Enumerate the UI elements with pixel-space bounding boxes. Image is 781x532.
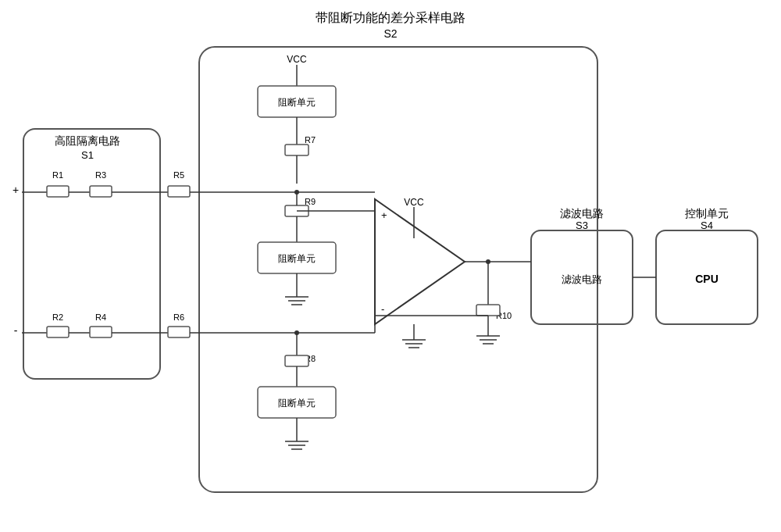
block1-text: 阻断单元	[278, 97, 316, 108]
vcc1-label: VCC	[287, 54, 307, 65]
r6-symbol	[168, 327, 190, 337]
main-title: 带阻断功能的差分采样电路	[316, 11, 465, 24]
opamp-plus-label: +	[381, 209, 387, 221]
s2-label-top: S2	[383, 27, 397, 40]
block3-text: 阻断单元	[278, 398, 316, 409]
r7-symbol	[285, 145, 308, 155]
r1-label: R1	[52, 170, 63, 180]
vcc2-label: VCC	[404, 197, 424, 208]
r10-symbol	[476, 305, 500, 316]
r2-label: R2	[52, 312, 63, 322]
r7-label: R7	[305, 135, 316, 145]
r9-label: R9	[305, 197, 316, 206]
block2-text: 阻断单元	[278, 253, 316, 264]
cpu-text: CPU	[695, 273, 719, 285]
opamp-triangle	[375, 199, 465, 324]
s1-title: 高阻隔离电路	[55, 134, 120, 147]
opamp-minus-label: -	[381, 303, 384, 315]
s3-label: S3	[576, 220, 588, 231]
r4-symbol	[90, 327, 112, 337]
s3-title: 滤波电路	[560, 207, 604, 220]
r6-label: R6	[173, 312, 184, 322]
r3-label: R3	[95, 170, 106, 180]
minus-terminal: -	[14, 324, 18, 337]
plus-terminal: +	[12, 184, 19, 196]
s1-label: S1	[81, 149, 94, 161]
r1-symbol	[47, 186, 69, 197]
s4-label: S4	[701, 220, 713, 231]
r2-symbol	[47, 327, 69, 337]
circuit-diagram: 带阻断功能的差分采样电路 S2 高阻隔离电路 S1 滤波电路 S3 滤波电路 控…	[0, 0, 781, 532]
r8-symbol	[285, 355, 308, 366]
filter-text: 滤波电路	[562, 273, 602, 285]
r5-label: R5	[173, 170, 184, 180]
r5-symbol	[168, 186, 190, 197]
s4-title: 控制单元	[685, 207, 729, 220]
s1-boundary	[23, 129, 160, 379]
r3-symbol	[90, 186, 112, 197]
r4-label: R4	[95, 312, 106, 322]
